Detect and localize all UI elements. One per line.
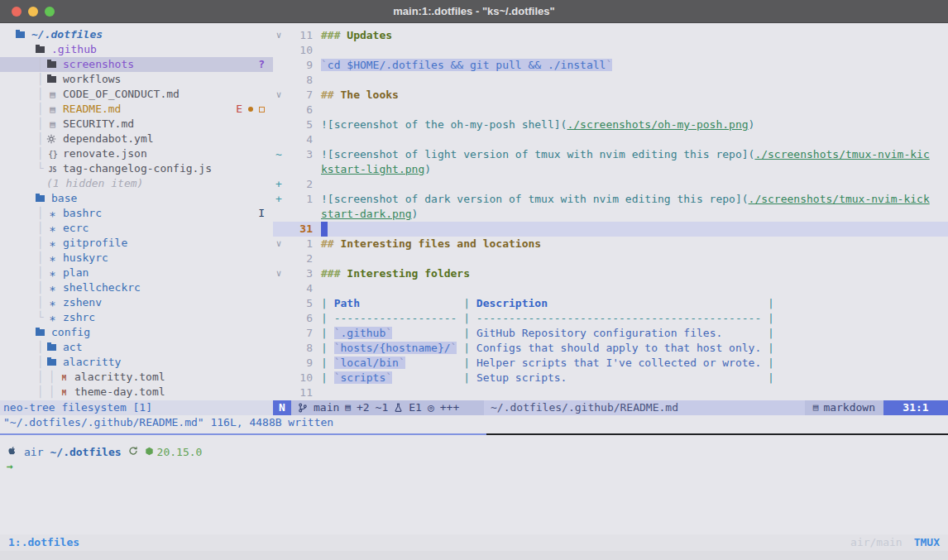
circle-icon: ◎ (428, 400, 434, 415)
line-number: 9 (285, 58, 313, 73)
line-text: ## Interesting files and locations (321, 237, 541, 251)
editor-line[interactable]: 5| Path | Description | (273, 296, 948, 311)
traffic-lights (12, 7, 55, 17)
editor-line[interactable]: +2 (273, 177, 948, 192)
asterisk-icon: * (46, 310, 59, 325)
editor-line[interactable]: ∨11### Updates (273, 28, 948, 43)
tree-guide: │ (35, 57, 46, 72)
diff-modified: ~1 (376, 400, 389, 415)
tree-item[interactable]: │alacritty (0, 355, 273, 370)
tree-item[interactable]: │act (0, 340, 273, 355)
maximize-button[interactable] (45, 7, 55, 17)
line-text: | ------------------- | ----------------… (321, 311, 774, 326)
asterisk-icon: * (46, 221, 59, 236)
editor-line[interactable]: 6 (273, 103, 948, 117)
tree-item[interactable]: │▤CODE_OF_CONDUCT.md (0, 87, 273, 102)
tree-item[interactable]: │*gitprofile (0, 236, 273, 251)
editor-line[interactable]: 4 (273, 281, 948, 296)
editor-line[interactable]: 9`cd $HOME/.dotfiles && git pull && ./in… (273, 58, 948, 73)
line-number: 6 (285, 103, 313, 117)
titlebar: main:1:.dotfiles - "ks~/.dotfiles" (0, 0, 948, 23)
tree-item[interactable]: └*zshrc (0, 310, 273, 325)
tree-item[interactable]: ││Mtheme-day.toml (0, 385, 273, 400)
editor-line[interactable]: +1![screenshot of dark version of tmux w… (273, 192, 948, 207)
gutter-spacer (273, 117, 285, 132)
git-sign: + (273, 192, 285, 207)
folder-icon (46, 340, 59, 355)
tree-item[interactable]: ││Malacritty.toml (0, 370, 273, 385)
tree-item[interactable]: │▤README.mdE (0, 102, 273, 117)
tree-item[interactable]: │*bashrcI (0, 206, 273, 221)
editor-line[interactable]: ∨1## Interesting files and locations (273, 237, 948, 251)
tree-item[interactable]: │screenshots? (0, 57, 273, 72)
editor-line[interactable]: 9| `local/bin` | Helper scripts that I'v… (273, 356, 948, 371)
tree-item-label: plan (63, 266, 89, 280)
tree-item[interactable]: base (0, 191, 273, 206)
tree-item[interactable]: │{}renovate.json (0, 146, 273, 161)
editor-line[interactable]: kstart-light.png) (273, 162, 948, 177)
editor-line[interactable]: ∨3### Interesting folders (273, 266, 948, 281)
gutter-spacer (273, 311, 285, 326)
editor-line[interactable]: 2 (273, 251, 948, 266)
tmux-window-tab[interactable]: 1:.dotfiles (8, 534, 79, 551)
editor-line[interactable]: ~3![screenshot of light version of tmux … (273, 147, 948, 162)
editor-line[interactable]: ∨7## The looks (273, 88, 948, 103)
tree-item[interactable]: │*shellcheckrc (0, 280, 273, 295)
line-number: 2 (285, 251, 313, 266)
tree-item[interactable]: │dependabot.yml (0, 132, 273, 146)
tree-item[interactable]: .github (0, 42, 273, 57)
tmux-pane-divider[interactable] (0, 433, 948, 435)
folder-icon (46, 72, 59, 87)
toml-icon: M (58, 385, 70, 400)
gutter-spacer (273, 251, 285, 266)
tree-item[interactable]: │▤SECURITY.md (0, 117, 273, 132)
tree-item[interactable]: │*plan (0, 266, 273, 280)
node-version: 20.15.0 (157, 446, 203, 458)
tree-guide: │ (35, 117, 46, 132)
mode-indicator: N (273, 400, 291, 415)
prompt-input-line[interactable]: → (7, 459, 13, 474)
editor-line[interactable]: 31 (273, 222, 948, 237)
tree-guide: │ (35, 295, 46, 310)
tree-guide (35, 176, 46, 191)
line-number: 8 (285, 341, 313, 356)
tree-item[interactable]: │workflows (0, 72, 273, 87)
line-number: 8 (285, 73, 313, 88)
tree-item[interactable]: config (0, 325, 273, 340)
braces-icon: {} (46, 146, 59, 161)
editor-line[interactable]: 4 (273, 132, 948, 147)
line-text: `cd $HOME/.dotfiles && git pull && ./ins… (321, 58, 612, 73)
editor-line[interactable]: 8 (273, 73, 948, 88)
editor-line[interactable]: 10| `scripts` | Setup scripts. | (273, 371, 948, 385)
editor-line[interactable]: 6| ------------------- | ---------------… (273, 311, 948, 326)
line-number: 5 (285, 296, 313, 311)
line-text: ### Interesting folders (321, 266, 470, 281)
fold-chevron-icon: ∨ (273, 88, 285, 103)
editor-line[interactable]: 5![screenshot of the oh-my-posh shell](.… (273, 117, 948, 132)
editor-line[interactable]: 10 (273, 43, 948, 58)
close-button[interactable] (12, 7, 22, 17)
gutter-spacer (273, 296, 285, 311)
tree-item[interactable]: │*ecrc (0, 221, 273, 236)
tree-item[interactable]: └JStag-changelog-config.js (0, 161, 273, 176)
asterisk-icon: * (46, 280, 59, 295)
gutter-spacer (273, 103, 285, 117)
tree-item[interactable]: ~/.dotfiles (0, 27, 273, 42)
editor-line[interactable]: start-dark.png) (273, 207, 948, 222)
prompt-path: ~/.dotfiles (50, 446, 121, 458)
tree-item[interactable]: │*zshenv (0, 295, 273, 310)
editor-line[interactable]: 11 (273, 385, 948, 400)
git-untracked-badge: ? (258, 57, 265, 72)
tree-guide: │ (35, 102, 46, 117)
unstaged-square-badge (259, 107, 265, 112)
line-text (321, 222, 328, 237)
line-number: 2 (285, 177, 313, 192)
tree-item[interactable]: (1 hidden item) (0, 176, 273, 191)
editor-line[interactable]: 7| `.github` | GitHub Repository configu… (273, 326, 948, 341)
tree-item[interactable]: │*huskyrc (0, 251, 273, 266)
editor-line[interactable]: 8| `hosts/{hostname}/` | Configs that sh… (273, 341, 948, 356)
minimize-button[interactable] (28, 7, 38, 17)
window-bottom-edge (0, 551, 948, 560)
line-number: 9 (285, 356, 313, 371)
tree-item-label: base (51, 191, 77, 206)
